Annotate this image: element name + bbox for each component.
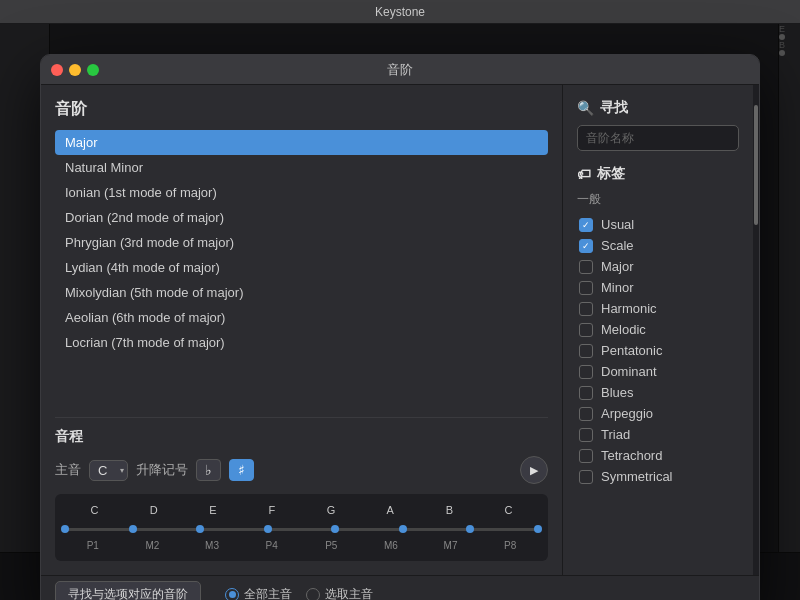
tag-item-harmonic[interactable]: Harmonic xyxy=(577,298,739,319)
scale-item-major[interactable]: Major xyxy=(55,130,548,155)
radio-all-roots-label: 全部主音 xyxy=(244,586,292,600)
search-scales-button[interactable]: 寻找与选项对应的音阶 xyxy=(55,581,201,600)
tag-item-arpeggio[interactable]: Arpeggio xyxy=(577,403,739,424)
radio-selected-roots[interactable]: 选取主音 xyxy=(306,586,373,600)
tag-checkbox-melodic xyxy=(579,323,593,337)
search-icon: 🔍 xyxy=(577,100,594,116)
tag-list: UsualScaleMajorMinorHarmonicMelodicPenta… xyxy=(577,214,739,487)
dialog-title: 音阶 xyxy=(387,61,413,79)
tag-checkbox-triad xyxy=(579,428,593,442)
interval-title: 音程 xyxy=(55,428,548,446)
search-section: 🔍 寻找 xyxy=(577,99,739,151)
play-button[interactable]: ▶ xyxy=(520,456,548,484)
note-label-b-6: B xyxy=(420,504,479,516)
modal-overlay: 音阶 音阶 MajorNatural MinorIonian (1st mode… xyxy=(0,24,800,600)
scale-list: MajorNatural MinorIonian (1st mode of ma… xyxy=(55,130,548,405)
note-label-g-4: G xyxy=(302,504,361,516)
tag-item-tetrachord[interactable]: Tetrachord xyxy=(577,445,739,466)
tag-item-pentatonic[interactable]: Pentatonic xyxy=(577,340,739,361)
sharp-button[interactable]: ♯ xyxy=(229,459,254,481)
tag-name-scale: Scale xyxy=(601,238,634,253)
note-label-c-0: C xyxy=(65,504,124,516)
search-input[interactable] xyxy=(577,125,739,151)
tags-section: 🏷 标签 一般 UsualScaleMajorMinorHarmonicMelo… xyxy=(577,165,739,561)
scale-item-mixolydian[interactable]: Mixolydian (5th mode of major) xyxy=(55,280,548,305)
tag-name-arpeggio: Arpeggio xyxy=(601,406,653,421)
tag-item-scale[interactable]: Scale xyxy=(577,235,739,256)
interval-dot-4 xyxy=(331,525,339,533)
right-panel-wrapper: 🔍 寻找 🏷 标签 一般 UsualScaleMajorMi xyxy=(563,85,759,575)
tag-item-melodic[interactable]: Melodic xyxy=(577,319,739,340)
tag-checkbox-harmonic xyxy=(579,302,593,316)
traffic-lights xyxy=(51,64,99,76)
scale-item-phrygian[interactable]: Phrygian (3rd mode of major) xyxy=(55,230,548,255)
tag-icon: 🏷 xyxy=(577,166,591,182)
interval-dot-5 xyxy=(399,525,407,533)
right-panel: 🔍 寻找 🏷 标签 一般 UsualScaleMajorMi xyxy=(563,85,753,575)
root-label: 主音 xyxy=(55,461,81,479)
scale-item-lydian[interactable]: Lydian (4th mode of major) xyxy=(55,255,548,280)
radio-all-roots[interactable]: 全部主音 xyxy=(225,586,292,600)
interval-marker-p1: P1 xyxy=(63,540,123,551)
tag-checkbox-minor xyxy=(579,281,593,295)
tag-name-triad: Triad xyxy=(601,427,630,442)
tag-name-dominant: Dominant xyxy=(601,364,657,379)
tag-item-dominant[interactable]: Dominant xyxy=(577,361,739,382)
tag-name-harmonic: Harmonic xyxy=(601,301,657,316)
tag-checkbox-arpeggio xyxy=(579,407,593,421)
scale-item-ionian[interactable]: Ionian (1st mode of major) xyxy=(55,180,548,205)
scale-item-dorian[interactable]: Dorian (2nd mode of major) xyxy=(55,205,548,230)
search-title: 🔍 寻找 xyxy=(577,99,739,117)
tag-item-blues[interactable]: Blues xyxy=(577,382,739,403)
scale-dialog: 音阶 音阶 MajorNatural MinorIonian (1st mode… xyxy=(40,54,760,600)
root-select-wrapper: CDE FGAB ▾ xyxy=(89,460,128,481)
interval-marker-p8: P8 xyxy=(480,540,540,551)
scale-item-locrian[interactable]: Locrian (7th mode of major) xyxy=(55,330,548,355)
tag-item-usual[interactable]: Usual xyxy=(577,214,739,235)
scale-item-aeolian[interactable]: Aeolian (6th mode of major) xyxy=(55,305,548,330)
note-label-a-5: A xyxy=(361,504,420,516)
right-scrollbar[interactable] xyxy=(753,85,759,575)
tag-checkbox-major xyxy=(579,260,593,274)
root-select[interactable]: CDE FGAB xyxy=(89,460,128,481)
tag-item-minor[interactable]: Minor xyxy=(577,277,739,298)
interval-marker-m7: M7 xyxy=(421,540,481,551)
scrollbar-thumb xyxy=(754,105,758,225)
flat-button[interactable]: ♭ xyxy=(196,459,221,481)
interval-marker-m2: M2 xyxy=(123,540,183,551)
radio-selected-roots-circle xyxy=(306,588,320,601)
scale-item-natural-minor[interactable]: Natural Minor xyxy=(55,155,548,180)
app-title-bar: Keystone xyxy=(0,0,800,24)
tag-item-major[interactable]: Major xyxy=(577,256,739,277)
interval-marker-m3: M3 xyxy=(182,540,242,551)
tag-name-pentatonic: Pentatonic xyxy=(601,343,662,358)
note-label-c-7: C xyxy=(479,504,538,516)
close-button[interactable] xyxy=(51,64,63,76)
interval-dot-6 xyxy=(466,525,474,533)
interval-marker-p4: P4 xyxy=(242,540,302,551)
keyboard-display: CDEFGABC P1M2M3P4P5M6M7P8 xyxy=(55,494,548,561)
note-label-f-3: F xyxy=(242,504,301,516)
note-labels: CDEFGABC xyxy=(61,504,542,516)
minimize-button[interactable] xyxy=(69,64,81,76)
tags-title: 🏷 标签 xyxy=(577,165,739,183)
tag-checkbox-tetrachord xyxy=(579,449,593,463)
maximize-button[interactable] xyxy=(87,64,99,76)
tags-title-text: 标签 xyxy=(597,165,625,183)
tag-item-triad[interactable]: Triad xyxy=(577,424,739,445)
dialog-footer: 寻找与选项对应的音阶 全部主音 选取主音 xyxy=(41,575,759,600)
tag-name-tetrachord: Tetrachord xyxy=(601,448,662,463)
accidental-label: 升降记号 xyxy=(136,461,188,479)
note-label-e-2: E xyxy=(183,504,242,516)
interval-markers: P1M2M3P4P5M6M7P8 xyxy=(61,540,542,551)
tag-item-symmetrical[interactable]: Symmetrical xyxy=(577,466,739,487)
note-label-d-1: D xyxy=(124,504,183,516)
interval-section: 音程 主音 CDE FGAB ▾ 升降记号 ♭ ♯ ▶ xyxy=(55,417,548,561)
tag-checkbox-dominant xyxy=(579,365,593,379)
tag-name-blues: Blues xyxy=(601,385,634,400)
left-panel: 音阶 MajorNatural MinorIonian (1st mode of… xyxy=(41,85,563,575)
interval-dot-2 xyxy=(196,525,204,533)
tag-group-label: 一般 xyxy=(577,191,739,208)
scale-panel-title: 音阶 xyxy=(55,99,548,120)
tag-checkbox-pentatonic xyxy=(579,344,593,358)
